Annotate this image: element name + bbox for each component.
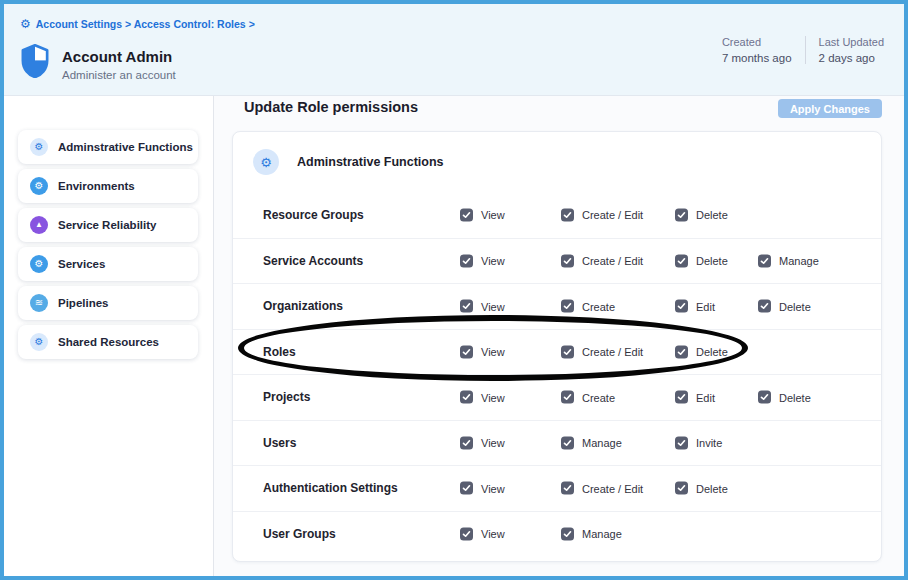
permission-projects-create[interactable]: Create — [561, 391, 615, 404]
permission-users-view[interactable]: View — [460, 436, 505, 449]
permission-label: View — [481, 391, 505, 403]
checkbox-checked-icon[interactable] — [460, 300, 473, 313]
resource-label: Projects — [263, 390, 310, 404]
permission-resource-groups-create-edit[interactable]: Create / Edit — [561, 208, 643, 221]
resource-label: User Groups — [263, 527, 336, 541]
permission-resource-groups-view[interactable]: View — [460, 208, 505, 221]
permissions-card: ⚙ Adminstrative Functions Resource Group… — [232, 131, 882, 562]
checkbox-checked-icon[interactable] — [675, 254, 688, 267]
checkbox-checked-icon[interactable] — [561, 300, 574, 313]
gear-icon: ⚙ — [30, 138, 48, 156]
permission-resource-groups-delete[interactable]: Delete — [675, 208, 728, 221]
sidebar-item-label: Service Reliability — [58, 219, 156, 231]
pipeline-icon: ≋ — [30, 294, 48, 312]
resource-label: Service Accounts — [263, 254, 363, 268]
resource-label: Resource Groups — [263, 208, 364, 222]
permission-label: View — [481, 437, 505, 449]
sidebar-item-label: Services — [58, 258, 105, 270]
sidebar-item-service-reliability[interactable]: ▲ Service Reliability — [18, 208, 198, 242]
permission-label: Create — [582, 300, 615, 312]
permission-organizations-create[interactable]: Create — [561, 300, 615, 313]
permission-organizations-edit[interactable]: Edit — [675, 300, 715, 313]
permission-users-manage[interactable]: Manage — [561, 436, 622, 449]
checkbox-checked-icon[interactable] — [758, 300, 771, 313]
checkbox-checked-icon[interactable] — [675, 300, 688, 313]
checkbox-checked-icon[interactable] — [758, 391, 771, 404]
role-shield-icon — [20, 44, 50, 82]
page-body: ⚙ Adminstrative Functions ⚙ Environments… — [4, 96, 904, 576]
permission-projects-view[interactable]: View — [460, 391, 505, 404]
permission-authentication-settings-create-edit[interactable]: Create / Edit — [561, 482, 643, 495]
permission-label: Delete — [696, 346, 728, 358]
permission-row-authentication-settings: Authentication Settings ViewCreate / Edi… — [233, 465, 881, 511]
account-role-permissions-page: ⚙ Account Settings > Access Control: Rol… — [0, 0, 908, 580]
permission-service-accounts-view[interactable]: View — [460, 254, 505, 267]
checkbox-checked-icon[interactable] — [460, 527, 473, 540]
sidebar-item-label: Pipelines — [58, 297, 109, 309]
permission-organizations-view[interactable]: View — [460, 300, 505, 313]
permission-user-groups-view[interactable]: View — [460, 527, 505, 540]
permission-users-invite[interactable]: Invite — [675, 436, 722, 449]
permission-authentication-settings-delete[interactable]: Delete — [675, 482, 728, 495]
sidebar-item-adminstrative-functions[interactable]: ⚙ Adminstrative Functions — [18, 130, 198, 164]
permission-roles-delete[interactable]: Delete — [675, 345, 728, 358]
checkbox-checked-icon[interactable] — [675, 391, 688, 404]
sidebar-item-services[interactable]: ⚙ Services — [18, 247, 198, 281]
permissions-group-title: Adminstrative Functions — [297, 155, 444, 169]
created-label: Created — [722, 36, 792, 48]
permission-roles-view[interactable]: View — [460, 345, 505, 358]
page-subtitle: Administer an account — [62, 69, 176, 81]
checkbox-checked-icon[interactable] — [460, 482, 473, 495]
checkbox-checked-icon[interactable] — [561, 208, 574, 221]
sidebar-item-pipelines[interactable]: ≋ Pipelines — [18, 286, 198, 320]
checkbox-checked-icon[interactable] — [561, 436, 574, 449]
permission-service-accounts-create-edit[interactable]: Create / Edit — [561, 254, 643, 267]
permission-projects-delete[interactable]: Delete — [758, 391, 811, 404]
apply-changes-button[interactable]: Apply Changes — [778, 99, 882, 118]
last-updated-label: Last Updated — [819, 36, 884, 48]
checkbox-checked-icon[interactable] — [460, 391, 473, 404]
resource-label: Users — [263, 436, 296, 450]
permission-row-resource-groups: Resource Groups ViewCreate / EditDelete — [233, 192, 881, 238]
permission-label: Create / Edit — [582, 209, 643, 221]
checkbox-checked-icon[interactable] — [460, 254, 473, 267]
permission-organizations-delete[interactable]: Delete — [758, 300, 811, 313]
checkbox-checked-icon[interactable] — [460, 345, 473, 358]
permission-label: Manage — [582, 528, 622, 540]
page-title: Account Admin — [62, 48, 172, 65]
checkbox-checked-icon[interactable] — [675, 345, 688, 358]
checkbox-checked-icon[interactable] — [460, 208, 473, 221]
checkbox-checked-icon[interactable] — [561, 527, 574, 540]
checkbox-checked-icon[interactable] — [561, 482, 574, 495]
permission-projects-edit[interactable]: Edit — [675, 391, 715, 404]
permission-user-groups-manage[interactable]: Manage — [561, 527, 622, 540]
checkbox-checked-icon[interactable] — [675, 436, 688, 449]
checkbox-checked-icon[interactable] — [758, 254, 771, 267]
checkbox-checked-icon[interactable] — [561, 254, 574, 267]
permission-label: View — [481, 300, 505, 312]
permission-label: Delete — [779, 300, 811, 312]
permission-authentication-settings-view[interactable]: View — [460, 482, 505, 495]
breadcrumb[interactable]: ⚙ Account Settings > Access Control: Rol… — [20, 18, 255, 30]
permission-label: Create / Edit — [582, 346, 643, 358]
checkbox-checked-icon[interactable] — [561, 391, 574, 404]
permission-service-accounts-manage[interactable]: Manage — [758, 254, 819, 267]
permissions-card-header: ⚙ Adminstrative Functions — [233, 132, 881, 192]
checkbox-checked-icon[interactable] — [561, 345, 574, 358]
checkbox-checked-icon[interactable] — [675, 208, 688, 221]
sidebar-item-environments[interactable]: ⚙ Environments — [18, 169, 198, 203]
gear-icon: ⚙ — [30, 333, 48, 351]
breadcrumb-text[interactable]: Account Settings > Access Control: Roles… — [36, 18, 255, 30]
permissions-rows: Resource Groups ViewCreate / EditDelete … — [233, 192, 881, 556]
sidebar-item-shared-resources[interactable]: ⚙ Shared Resources — [18, 325, 198, 359]
permission-label: View — [481, 209, 505, 221]
checkbox-checked-icon[interactable] — [460, 436, 473, 449]
permission-label: View — [481, 482, 505, 494]
sidebar-divider — [213, 96, 214, 576]
resource-label: Roles — [263, 345, 296, 359]
created-meta: Created 7 months ago — [722, 36, 792, 64]
checkbox-checked-icon[interactable] — [675, 482, 688, 495]
permission-service-accounts-delete[interactable]: Delete — [675, 254, 728, 267]
permission-roles-create-edit[interactable]: Create / Edit — [561, 345, 643, 358]
meta-divider — [805, 36, 806, 64]
